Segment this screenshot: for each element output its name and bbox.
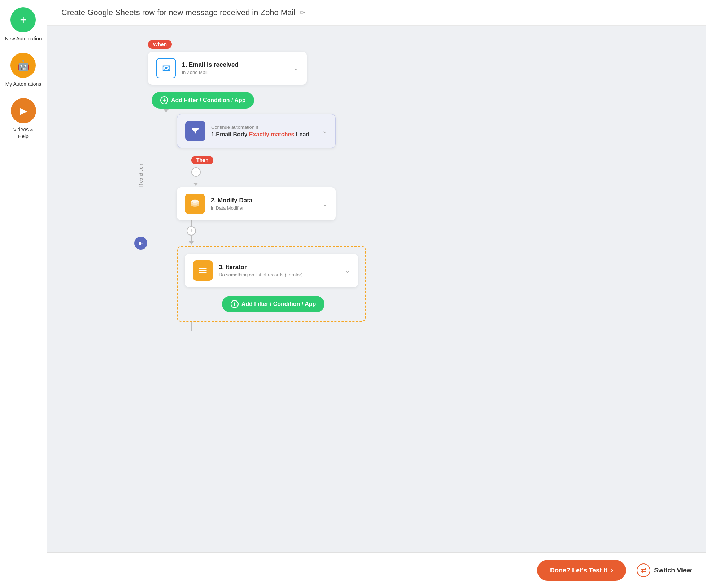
switch-view-btn[interactable]: ⇄ Switch View [637, 563, 692, 577]
switch-view-label: Switch View [654, 567, 692, 574]
arrow-area-1 [148, 109, 169, 113]
filter-icon [185, 121, 205, 141]
step1-title: 1. Email is received [182, 61, 288, 69]
arrow-down-2 [193, 183, 198, 186]
add-filter-1-label: Add Filter / Condition / App [171, 97, 245, 104]
step3-card[interactable]: 3. Iterator Do something on list of reco… [185, 254, 358, 287]
if-row: If condition IF [126, 114, 366, 331]
modify-data-icon [185, 194, 205, 214]
if-label-text: Continue automation if [211, 124, 316, 130]
step1-content: 1. Email is received in Zoho Mail [182, 61, 288, 75]
if-condition-text: 1.Email Body Exactly matches Lead [211, 131, 316, 138]
flow-container: When ✉ 1. Email is received in Zoho Mail… [126, 40, 706, 331]
step3-content: 3. Iterator Do something on list of reco… [219, 264, 339, 277]
sidebar-item-my-automations[interactable]: 🤖 My Automations [5, 53, 42, 87]
if-condition-op: Exactly matches [249, 131, 294, 137]
add-filter-2-area: + Add Filter / Condition / App [185, 296, 358, 312]
iterator-icon [193, 260, 213, 281]
edit-title-icon[interactable]: ✏ [300, 9, 305, 17]
iterator-wrapper: 3. Iterator Do something on list of reco… [177, 246, 366, 322]
new-automation-icon: + [10, 7, 36, 32]
step1-card[interactable]: ✉ 1. Email is received in Zoho Mail ⌄ [148, 52, 307, 85]
add-filter-btn-2[interactable]: + Add Filter / Condition / App [222, 296, 324, 312]
step1-chevron[interactable]: ⌄ [293, 64, 299, 72]
if-condition-label: If condition [138, 162, 144, 189]
step2-content: 2. Modify Data in Data Modifier [211, 197, 317, 211]
plus-icon-1: + [160, 96, 168, 104]
test-btn-label: Done? Let's Test It [550, 567, 607, 574]
step2-chevron[interactable]: ⌄ [322, 200, 328, 208]
left-branch-area: If condition IF [126, 114, 155, 250]
step2-subtitle: in Data Modifier [211, 205, 317, 211]
connector-1 [164, 85, 164, 92]
step2-title: 2. Modify Data [211, 197, 317, 204]
sidebar-item-new-automation[interactable]: + New Automation [5, 7, 42, 42]
connector-dot-1[interactable]: + [191, 167, 201, 177]
then-badge: Then [191, 156, 213, 164]
add-filter-1-area: + Add Filter / Condition / App [148, 92, 254, 109]
if-badge-circle: IF [134, 237, 147, 250]
if-condition-suffix: Lead [294, 131, 309, 137]
if-step-card[interactable]: Continue automation if 1.Email Body Exac… [177, 114, 336, 148]
header: Create Google Sheets row for new message… [47, 0, 706, 26]
sidebar-item-label-my-automations: My Automations [5, 81, 42, 87]
step3-title: 3. Iterator [219, 264, 339, 271]
when-badge: When [148, 40, 172, 49]
footer: Done? Let's Test It › ⇄ Switch View [47, 552, 706, 588]
sidebar-item-label-new-automation: New Automation [5, 35, 42, 42]
step2-card[interactable]: 2. Modify Data in Data Modifier ⌄ [177, 187, 336, 220]
sidebar-item-videos-help[interactable]: ▶ Videos &Help [11, 98, 36, 139]
email-icon: ✉ [156, 58, 176, 78]
connector-dot-2[interactable]: + [187, 226, 196, 236]
add-filter-btn-1[interactable]: + Add Filter / Condition / App [152, 92, 254, 109]
canvas: When ✉ 1. Email is received in Zoho Mail… [47, 26, 706, 552]
if-condition-prefix: 1.Email Body [211, 131, 249, 137]
switch-view-icon: ⇄ [637, 563, 650, 577]
svg-point-0 [191, 200, 199, 203]
plus-icon-2: + [231, 300, 239, 308]
step3-subtitle: Do something on list of records (Iterato… [219, 272, 339, 277]
step3-chevron[interactable]: ⌄ [345, 267, 350, 275]
test-btn-arrow: › [610, 566, 613, 575]
if-step-content: Continue automation if 1.Email Body Exac… [211, 124, 316, 138]
sidebar: + New Automation 🤖 My Automations ▶ Vide… [0, 0, 47, 588]
my-automations-icon: 🤖 [10, 53, 36, 78]
arrow-down-3 [189, 241, 194, 245]
test-btn[interactable]: Done? Let's Test It › [537, 560, 626, 581]
if-step-chevron[interactable]: ⌄ [322, 127, 327, 135]
page-title: Create Google Sheets row for new message… [61, 8, 295, 17]
main-area: Create Google Sheets row for new message… [47, 0, 706, 588]
arrow-down-1 [164, 109, 169, 113]
sidebar-item-label-videos-help: Videos &Help [13, 126, 34, 139]
add-filter-2-label: Add Filter / Condition / App [241, 301, 316, 307]
videos-help-icon: ▶ [11, 98, 36, 123]
step1-subtitle: in Zoho Mail [182, 70, 288, 75]
